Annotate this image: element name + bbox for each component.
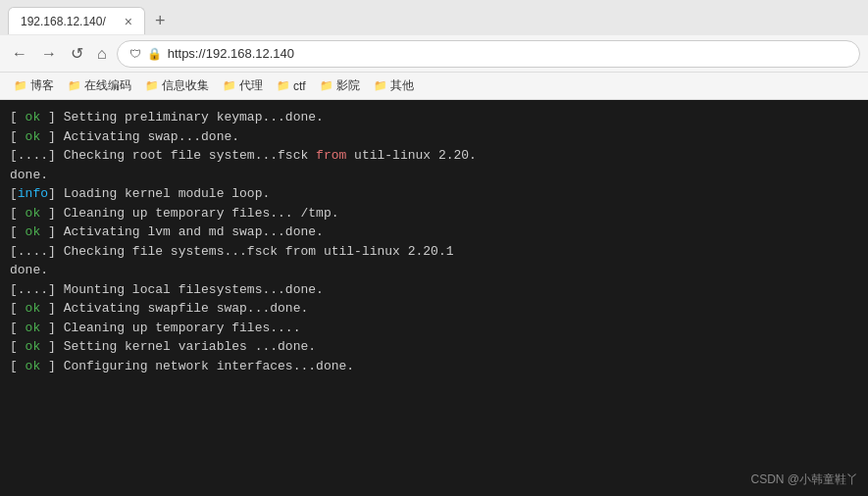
tab-title: 192.168.12.140/ — [21, 15, 117, 28]
terminal-line-13: [ ok ] Setting kernel variables ...done. — [10, 337, 858, 357]
shield-icon: 🛡 — [129, 47, 141, 61]
bookmark-item-other[interactable]: 📁 其他 — [368, 75, 420, 96]
tab-close-button[interactable]: × — [125, 14, 132, 29]
bookmark-label: 影院 — [336, 77, 360, 94]
terminal-line-2: [ ok ] Activating swap...done. — [10, 127, 858, 147]
new-tab-button[interactable]: + — [149, 11, 172, 31]
bookmark-item-blog[interactable]: 📁 博客 — [8, 75, 60, 96]
bookmark-item-collect[interactable]: 📁 信息收集 — [139, 75, 215, 96]
bookmark-label: 信息收集 — [162, 77, 209, 94]
bookmark-label: 其他 — [390, 77, 414, 94]
address-bar[interactable]: 🛡 🔒 https://192.168.12.140 — [117, 40, 860, 68]
terminal-line-14: [ ok ] Configuring network interfaces...… — [10, 357, 858, 376]
bookmark-item-editor[interactable]: 📁 在线编码 — [62, 75, 137, 96]
lock-icon: 🔒 — [147, 47, 162, 61]
bookmarks-bar: 📁 博客 📁 在线编码 📁 信息收集 📁 代理 📁 ctf 📁 影院 📁 其他 — [0, 73, 868, 100]
bookmark-item-proxy[interactable]: 📁 代理 — [217, 75, 269, 96]
folder-icon: 📁 — [14, 79, 27, 92]
bookmark-label: ctf — [293, 79, 306, 93]
nav-bar: ← → ↺ ⌂ 🛡 🔒 https://192.168.12.140 — [0, 35, 868, 73]
bookmark-label: 代理 — [239, 77, 263, 94]
browser-window: 192.168.12.140/ × + ← → ↺ ⌂ 🛡 🔒 https://… — [0, 0, 868, 496]
folder-icon: 📁 — [320, 79, 333, 92]
terminal-content: [ ok ] Setting preliminary keymap...done… — [0, 100, 868, 496]
back-button[interactable]: ← — [8, 43, 31, 65]
terminal-line-5: [info] Loading kernel module loop. — [10, 184, 858, 204]
terminal-line-8: [....] Checking file systems...fsck from… — [10, 242, 858, 262]
active-tab[interactable]: 192.168.12.140/ × — [8, 7, 145, 34]
bookmark-label: 在线编码 — [84, 77, 131, 94]
folder-icon: 📁 — [145, 79, 159, 92]
bookmark-label: 博客 — [30, 77, 54, 94]
terminal-line-12: [ ok ] Cleaning up temporary files.... — [10, 319, 858, 338]
terminal-line-11: [ ok ] Activating swapfile swap...done. — [10, 299, 858, 319]
terminal-line-10: [....] Mounting local filesystems...done… — [10, 280, 858, 300]
home-button[interactable]: ⌂ — [93, 43, 111, 65]
tab-bar: 192.168.12.140/ × + — [0, 0, 868, 35]
forward-button[interactable]: → — [37, 43, 61, 65]
reload-button[interactable]: ↺ — [67, 42, 87, 65]
terminal-line-9: done. — [10, 261, 858, 280]
bookmark-item-ctf[interactable]: 📁 ctf — [271, 77, 312, 95]
folder-icon: 📁 — [374, 79, 387, 92]
terminal-line-7: [ ok ] Activating lvm and md swap...done… — [10, 223, 858, 242]
folder-icon: 📁 — [68, 79, 81, 92]
bookmark-item-cinema[interactable]: 📁 影院 — [314, 75, 366, 96]
terminal-line-3: [....] Checking root file system...fsck … — [10, 146, 858, 166]
folder-icon: 📁 — [223, 79, 236, 92]
terminal-line-4: done. — [10, 166, 858, 185]
terminal-line-6: [ ok ] Cleaning up temporary files... /t… — [10, 204, 858, 223]
watermark: CSDN @小韩童鞋丫 — [750, 471, 858, 488]
folder-icon: 📁 — [277, 79, 290, 92]
terminal-line-1: [ ok ] Setting preliminary keymap...done… — [10, 108, 858, 127]
address-text: https://192.168.12.140 — [168, 46, 847, 61]
